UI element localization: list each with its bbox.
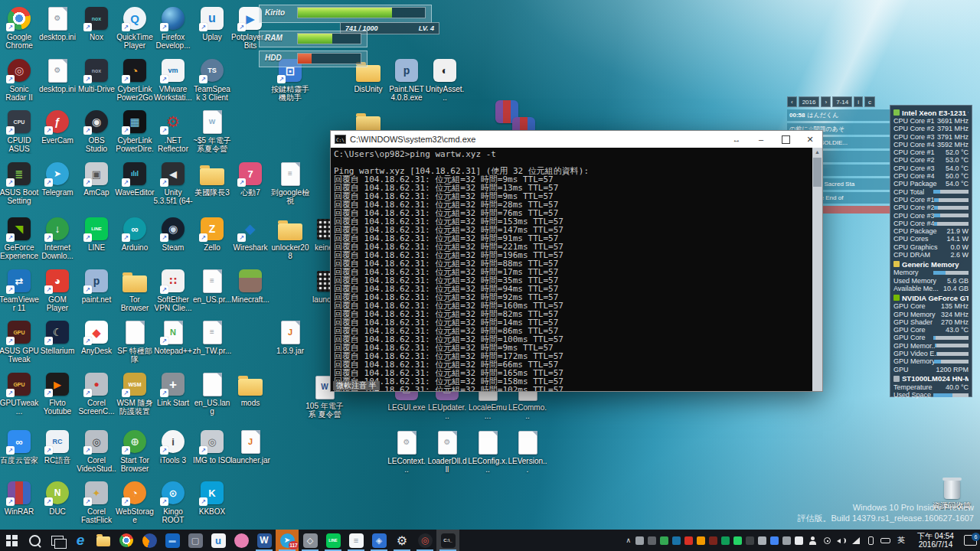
desktop-icon[interactable]: ⊙↗Kingo ROOT bbox=[153, 481, 193, 524]
tray-app-icon[interactable] bbox=[648, 536, 656, 545]
desktop-icon[interactable]: W~$5 年電子系夏令營活... bbox=[192, 109, 232, 154]
desktop-icon[interactable]: ⚙LEContext... bbox=[387, 430, 426, 474]
desktop-icon[interactable]: LEConfig.x... bbox=[468, 430, 508, 474]
maximize-button[interactable] bbox=[773, 131, 798, 148]
tray-app-icon[interactable] bbox=[795, 536, 803, 545]
tray-phone-icon[interactable] bbox=[866, 536, 876, 546]
desktop-icon[interactable]: ılıl↗WaveEditor bbox=[115, 161, 155, 197]
scrollbar-thumb[interactable] bbox=[813, 158, 822, 187]
desktop-icon[interactable]: Z↗Zello bbox=[192, 217, 232, 252]
desktop-icon[interactable]: ⇄↗TeamViewer 11 bbox=[0, 269, 39, 312]
window-move-icon[interactable]: ↔ bbox=[724, 131, 749, 148]
desktop-icon[interactable]: ∞↗Arduino bbox=[115, 217, 155, 252]
desktop-icon[interactable]: N↗DUC bbox=[38, 481, 77, 516]
desktop-icon[interactable]: +↗Link Start bbox=[153, 372, 193, 407]
desktop-icon[interactable]: ◀↗Unity 5.3.5f1 (64-bit) bbox=[153, 161, 193, 206]
desktop-icon[interactable]: ↗Firefox Develop... bbox=[153, 6, 193, 50]
desktop-icon[interactable]: ☾↗Stellarium bbox=[38, 320, 77, 355]
desktop-icon[interactable]: LINE↗LINE bbox=[77, 217, 116, 252]
desktop-icon[interactable]: TS↗TeamSpeak 3 Client bbox=[192, 58, 232, 102]
schedule-prev-button[interactable]: ‹ bbox=[787, 96, 797, 107]
desktop-icon[interactable]: ⚙LoaderDll.dll bbox=[427, 430, 467, 474]
tray-app-icon[interactable] bbox=[733, 536, 742, 545]
taskbar-clock[interactable]: 下午 04:54 2016/7/14 bbox=[912, 532, 959, 549]
desktop-icon[interactable]: WSM↗WSM 隨身防護裝置 bbox=[115, 372, 155, 416]
desktop-icon[interactable]: ↗WinRAR bbox=[0, 481, 39, 516]
minimize-button[interactable]: – bbox=[749, 131, 773, 148]
taskbar-obs[interactable]: ◎ bbox=[413, 530, 436, 551]
taskbar-telegram[interactable]: ➤117 bbox=[276, 530, 299, 551]
desktop-icon[interactable]: vm↗VMware Workstati... bbox=[153, 58, 193, 102]
desktop-icon[interactable]: i↗iTools 3 bbox=[153, 429, 193, 465]
desktop-icon[interactable]: CPU↗CPUID ASUS CPU-Z bbox=[0, 109, 39, 154]
search-button[interactable] bbox=[23, 530, 46, 551]
desktop-icon[interactable]: K↗KKBOX bbox=[192, 481, 232, 516]
taskbar-firefox[interactable] bbox=[138, 530, 161, 551]
desktop-icon[interactable]: ∷↗SoftEther VPN Clie... bbox=[153, 269, 193, 312]
close-button[interactable]: ✕ bbox=[798, 131, 822, 148]
desktop-icon[interactable]: ◉↗OBS Studio bbox=[77, 109, 116, 153]
taskbar-settings[interactable]: ⚙ bbox=[390, 530, 413, 551]
tray-app-icon[interactable] bbox=[782, 536, 791, 545]
tray-app-icon[interactable] bbox=[709, 536, 717, 545]
desktop-icon[interactable]: 美國隊長3 bbox=[192, 161, 232, 197]
desktop-icon[interactable]: ✦↗Corel FastFlick X7 bbox=[77, 481, 116, 525]
desktop-icon[interactable]: GPU↗GPUTweak... bbox=[0, 372, 39, 416]
tray-app-icon[interactable] bbox=[672, 536, 681, 545]
taskbar-chrome[interactable] bbox=[115, 530, 138, 551]
taskbar-remote-desktop[interactable]: ▬ bbox=[161, 530, 184, 551]
tray-app-icon[interactable] bbox=[635, 536, 644, 545]
tray-app-icon[interactable] bbox=[746, 536, 754, 545]
desktop-icon[interactable]: nox↗Multi-Drive bbox=[77, 58, 116, 93]
tray-chevron-icon[interactable]: ∧ bbox=[626, 536, 631, 544]
desktop-icon[interactable]: ▶↗Flvto Youtube D... bbox=[38, 372, 77, 416]
taskbar-word[interactable]: W bbox=[253, 530, 276, 551]
tray-app-icon[interactable] bbox=[758, 536, 766, 545]
taskbar-edge[interactable]: e bbox=[69, 530, 92, 551]
tray-app-icon[interactable] bbox=[697, 536, 705, 545]
taskbar-uplay[interactable]: u bbox=[207, 530, 230, 551]
taskbar-app-dark[interactable]: ◇ bbox=[299, 530, 322, 551]
taskbar-app-gray[interactable]: ▢ bbox=[184, 530, 207, 551]
scroll-up-icon[interactable]: ▲ bbox=[812, 148, 822, 156]
taskbar-app-blue[interactable]: ◈ bbox=[368, 530, 390, 551]
schedule-refresh-button[interactable]: c bbox=[864, 96, 875, 107]
desktop-icon[interactable]: N↗Notepad++ bbox=[153, 320, 193, 355]
task-view-button[interactable] bbox=[46, 530, 69, 551]
console-scrollbar[interactable]: ▲ bbox=[812, 148, 822, 391]
desktop-icon[interactable]: ≡zh_TW.pr... bbox=[192, 320, 232, 355]
desktop-icon[interactable]: Minecraft... bbox=[230, 269, 270, 304]
taskbar-app-pink[interactable] bbox=[230, 530, 253, 551]
tray-user-icon[interactable] bbox=[808, 536, 818, 546]
desktop-icon[interactable]: ≡到google檢視 bbox=[270, 161, 310, 205]
desktop-icon[interactable]: ◆↗AnyDesk bbox=[77, 320, 116, 355]
cmd-title-bar[interactable]: C:\ C:\WINDOWS\system32\cmd.exe ↔ – ✕ bbox=[331, 131, 822, 148]
desktop-icon[interactable]: ≡en_US.pr... bbox=[192, 269, 232, 304]
desktop-icon[interactable]: ◆↗Wireshark bbox=[230, 217, 270, 252]
tray-app-icon[interactable] bbox=[770, 536, 779, 545]
desktop-icon[interactable]: Jlauncher.jar bbox=[230, 429, 270, 465]
tray-dish-icon[interactable] bbox=[822, 536, 832, 546]
desktop-icon[interactable]: ∞↗百度云管家 bbox=[0, 429, 39, 465]
desktop-icon[interactable]: ↗Google Chrome bbox=[0, 6, 39, 50]
desktop-icon[interactable]: J1.8.9.jar bbox=[270, 320, 310, 355]
schedule-info-button[interactable]: i bbox=[854, 96, 863, 107]
desktop-icon[interactable]: p↗paint.net bbox=[77, 269, 116, 304]
desktop-icon[interactable]: ⊕↗Start Tor Browser bbox=[115, 429, 155, 473]
desktop-icon[interactable]: ◎↗Sonic Radar II bbox=[0, 58, 39, 102]
taskbar-notepad[interactable]: ≡ bbox=[345, 530, 368, 551]
desktop-icon[interactable]: ▦↗CyberLink PowerDire... bbox=[115, 109, 155, 154]
desktop-icon[interactable]: ◎↗Corel VideoStud... bbox=[77, 429, 116, 474]
desktop-icon[interactable]: ◕↗GOM Player bbox=[38, 269, 77, 312]
desktop-icon[interactable]: nox↗Nox bbox=[77, 6, 116, 41]
taskbar-cmd[interactable]: C:\_ bbox=[436, 530, 459, 551]
desktop-icon[interactable]: unlocker208 bbox=[270, 217, 310, 260]
desktop-icon[interactable]: ◔↗WebStorage bbox=[115, 481, 155, 524]
start-button[interactable] bbox=[0, 530, 23, 551]
tray-kbd-icon[interactable] bbox=[880, 536, 890, 546]
desktop-icon[interactable]: ➤↗Telegram bbox=[38, 161, 77, 197]
desktop-icon[interactable]: SF 特種部隊 bbox=[115, 320, 155, 364]
desktop-icon[interactable]: Tor Browser bbox=[115, 269, 155, 312]
schedule-row[interactable]: 00:58はんだくん bbox=[787, 109, 890, 121]
desktop-icon[interactable]: ⚙↗.NET Reflector 9.0 bbox=[153, 109, 193, 154]
